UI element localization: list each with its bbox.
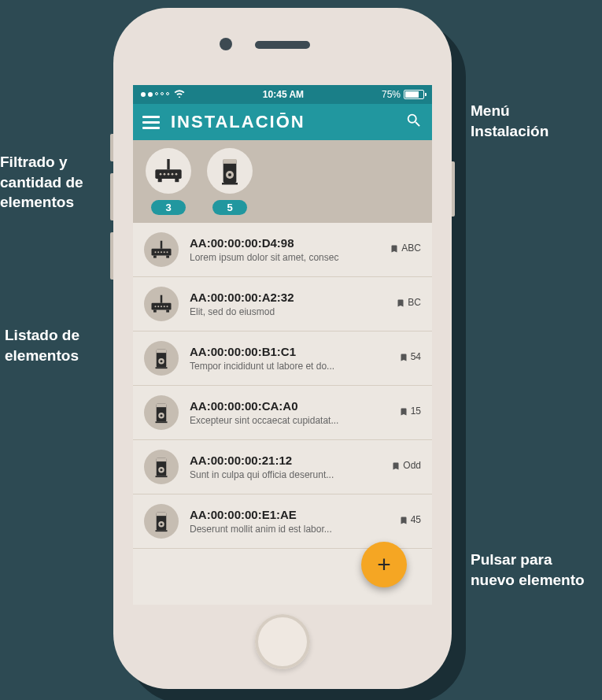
filter-speaker[interactable]: 5 (207, 148, 253, 215)
device-mac: AA:00:00:00:B1:C1 (190, 345, 388, 358)
device-description: Excepteur sint occaecat cupidatat... (190, 415, 388, 426)
callout-filter-label: Filtrado ycantidad deelementos (0, 152, 83, 213)
svg-point-12 (228, 173, 231, 176)
bookmark-icon (390, 243, 399, 257)
router-icon (144, 232, 179, 267)
app-title: INSTALACIŌN (171, 112, 394, 132)
svg-rect-24 (161, 295, 163, 303)
phone-camera (220, 38, 232, 50)
device-mac: AA:00:00:00:A2:32 (190, 291, 385, 304)
bookmark-icon (399, 514, 408, 529)
device-description: Tempor incididunt ut labore et do... (190, 361, 388, 372)
svg-point-40 (160, 414, 162, 417)
filter-bar: 3 5 (133, 140, 432, 223)
device-mac: AA:00:00:00:CA:A0 (190, 399, 388, 413)
list-item[interactable]: AA:00:00:00:21:12 Sunt in culpa qui offi… (133, 440, 432, 494)
device-tag: 15 (399, 406, 421, 420)
bookmark-icon (396, 297, 405, 312)
phone-speaker (255, 41, 310, 49)
plus-icon: + (377, 553, 391, 576)
list-item[interactable]: AA:00:00:00:D4:98 Lorem ipsum dolor sit … (133, 223, 432, 277)
svg-point-5 (164, 173, 166, 176)
svg-rect-16 (153, 256, 157, 258)
app-bar: INSTALACIŌN (133, 104, 432, 140)
svg-rect-48 (157, 513, 167, 516)
add-button[interactable]: + (361, 542, 407, 587)
svg-point-19 (157, 251, 159, 253)
svg-point-18 (155, 251, 157, 253)
device-tag: 45 (399, 514, 421, 529)
svg-rect-17 (166, 256, 169, 258)
svg-rect-46 (156, 476, 168, 477)
list-item[interactable]: AA:00:00:00:A2:32 Elit, sed do eiusmod B… (133, 277, 432, 331)
bookmark-icon (399, 351, 408, 366)
svg-point-4 (160, 173, 162, 176)
svg-point-31 (167, 306, 168, 307)
svg-rect-33 (157, 350, 167, 353)
device-description: Deserunt mollit anim id est labor... (190, 524, 388, 535)
svg-point-45 (160, 469, 162, 471)
speaker-icon (144, 450, 179, 484)
device-list: AA:00:00:00:D4:98 Lorem ipsum dolor sit … (133, 223, 432, 549)
filter-router[interactable]: 3 (146, 148, 191, 215)
svg-rect-26 (166, 310, 169, 313)
callout-list-label: Listado deelementos (5, 325, 79, 365)
svg-rect-13 (222, 183, 238, 185)
svg-rect-36 (156, 367, 168, 369)
svg-rect-51 (156, 530, 168, 531)
device-description: Lorem ipsum dolor sit amet, consec (190, 252, 379, 263)
app-screen: 10:45 AM 75% INSTALACIŌN (133, 85, 432, 605)
svg-point-8 (175, 173, 178, 176)
device-tag: ABC (390, 243, 421, 257)
list-item[interactable]: AA:00:00:00:CA:A0 Excepteur sint occaeca… (133, 386, 432, 440)
list-item[interactable]: AA:00:00:00:B1:C1 Tempor incididunt ut l… (133, 331, 432, 386)
svg-point-6 (168, 173, 170, 176)
svg-point-20 (161, 251, 162, 253)
router-icon (144, 287, 179, 321)
svg-point-21 (164, 251, 165, 253)
svg-rect-1 (167, 159, 169, 169)
list-item[interactable]: AA:00:00:00:E1:AE Deserunt mollit anim i… (133, 494, 432, 549)
speaker-icon (144, 504, 179, 539)
speaker-icon (144, 395, 179, 430)
speaker-icon (144, 341, 179, 376)
svg-rect-15 (161, 241, 163, 249)
filter-count-badge: 5 (212, 200, 247, 215)
device-tag: 54 (399, 351, 421, 366)
router-icon (146, 148, 191, 194)
device-mac: AA:00:00:00:21:12 (190, 454, 380, 467)
svg-rect-25 (153, 310, 157, 313)
svg-point-50 (160, 523, 162, 525)
status-bar-time: 10:45 AM (185, 89, 382, 100)
svg-point-29 (161, 306, 162, 307)
callout-fab-label: Pulsar paranuevo elemento (471, 550, 585, 590)
search-icon (405, 112, 423, 129)
signal-dots-icon (141, 92, 169, 97)
svg-point-28 (157, 306, 159, 307)
filter-count-badge: 3 (151, 200, 186, 215)
battery-percent: 75% (382, 89, 401, 100)
battery-icon (404, 90, 424, 99)
device-description: Sunt in culpa qui officia deserunt... (190, 469, 380, 480)
callout-menu-label: MenúInstalación (471, 101, 548, 141)
speaker-icon (207, 148, 253, 194)
svg-rect-43 (157, 458, 167, 461)
svg-rect-3 (175, 179, 179, 182)
svg-rect-41 (156, 421, 168, 423)
phone-mockup: 10:45 AM 75% INSTALACIŌN (113, 8, 452, 693)
svg-point-22 (167, 251, 168, 253)
search-button[interactable] (405, 112, 423, 132)
device-tag: Odd (391, 460, 421, 475)
svg-point-27 (155, 306, 157, 307)
svg-rect-38 (157, 404, 167, 407)
device-mac: AA:00:00:00:E1:AE (190, 508, 388, 521)
device-description: Elit, sed do eiusmod (190, 306, 385, 317)
device-tag: BC (396, 297, 421, 312)
menu-button[interactable] (142, 116, 160, 129)
svg-rect-10 (223, 159, 237, 164)
svg-point-7 (172, 173, 174, 176)
status-bar: 10:45 AM 75% (133, 85, 432, 104)
home-button[interactable] (255, 614, 310, 669)
svg-point-35 (160, 360, 162, 362)
svg-rect-2 (158, 179, 162, 182)
